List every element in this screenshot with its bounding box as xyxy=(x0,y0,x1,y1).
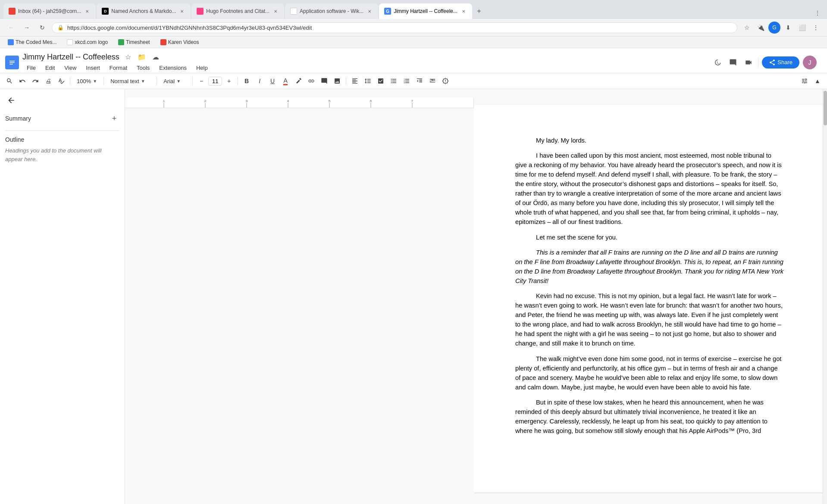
underline-btn[interactable]: U xyxy=(266,75,279,87)
profile-button[interactable]: G xyxy=(768,22,780,34)
bullet-list-btn[interactable] xyxy=(388,75,400,87)
history-icon[interactable] xyxy=(711,56,724,68)
star-icon[interactable]: ☆ xyxy=(123,52,133,62)
svg-text:6: 6 xyxy=(370,99,372,103)
menu-view[interactable]: View xyxy=(60,63,81,73)
tab-wiki[interactable]: Application software - Wik... ✕ xyxy=(285,3,378,19)
svg-text:2: 2 xyxy=(204,99,207,103)
tab-close-gmail[interactable]: ✕ xyxy=(84,8,91,15)
font-size-increase-btn[interactable]: + xyxy=(223,75,235,87)
tab-hugo[interactable]: Hugo Footnotes and Citat... ✕ xyxy=(191,3,284,19)
menu-insert[interactable]: Insert xyxy=(81,63,104,73)
ruler-inner: 1 2 3 4 5 6 7 xyxy=(125,98,474,108)
checklist-btn[interactable] xyxy=(375,75,387,87)
toolbar-redo-btn[interactable] xyxy=(29,75,41,87)
tab-gdocs[interactable]: G Jimmy Hartzell -- Coffeele... ✕ xyxy=(379,3,472,19)
bookmark-star-button[interactable]: ☆ xyxy=(741,22,753,34)
tab-gmail[interactable]: Inbox (64) - jah259@corn... ✕ xyxy=(3,3,96,19)
tab-dev[interactable]: D Named Anchors & Markdo... ✕ xyxy=(97,3,191,19)
formatting-options-btn[interactable] xyxy=(799,75,811,87)
line-spacing-btn[interactable] xyxy=(362,75,374,87)
outline-title: Outline xyxy=(5,136,119,143)
forward-button[interactable]: → xyxy=(21,22,33,34)
sidebar-back-button[interactable] xyxy=(5,94,119,106)
user-avatar[interactable]: J xyxy=(803,56,817,69)
link-btn[interactable] xyxy=(305,75,317,87)
present-icon[interactable] xyxy=(742,56,755,68)
share-label: Share xyxy=(777,59,793,65)
text-color-btn[interactable]: A xyxy=(279,75,291,87)
bookmark-xkcd-label: xkcd.com logo xyxy=(75,39,108,45)
reload-button[interactable]: ↻ xyxy=(36,22,48,34)
more-button[interactable]: ⋮ xyxy=(810,22,822,34)
bookmark-timesheet[interactable]: Timesheet xyxy=(116,38,153,46)
image-btn[interactable] xyxy=(331,75,343,87)
zoom-selector[interactable]: 100% ▼ xyxy=(73,77,101,86)
toolbar-print-btn[interactable]: 🖨 xyxy=(42,75,54,87)
menu-edit[interactable]: Edit xyxy=(41,63,59,73)
extensions-button[interactable]: 🔌 xyxy=(755,22,767,34)
dev-favicon: D xyxy=(102,8,109,15)
paragraph-3: Let me set the scene for you. xyxy=(515,233,784,242)
comment-btn[interactable] xyxy=(318,75,330,87)
tab-close-wiki[interactable]: ✕ xyxy=(366,8,373,15)
screen-button[interactable]: ⬜ xyxy=(796,22,808,34)
summary-add-button[interactable]: + xyxy=(109,113,119,124)
document-area[interactable]: 1 2 3 4 5 6 7 xyxy=(125,89,823,504)
clear-format-btn[interactable] xyxy=(439,75,451,87)
italic-btn[interactable]: I xyxy=(254,75,266,87)
svg-rect-2 xyxy=(9,62,15,63)
font-size-decrease-btn[interactable]: − xyxy=(195,75,207,87)
svg-rect-3 xyxy=(9,64,13,65)
toolbar-undo-btn[interactable] xyxy=(16,75,28,87)
address-bar[interactable]: 🔒 https://docs.google.com/document/d/1YB… xyxy=(52,22,737,33)
folder-icon[interactable]: 📁 xyxy=(137,52,147,62)
indent-decrease-btn[interactable] xyxy=(414,75,426,87)
toolbar-search-btn[interactable] xyxy=(3,75,16,87)
share-button[interactable]: Share xyxy=(762,56,799,68)
coded-favicon xyxy=(8,39,14,45)
docs-app-icon xyxy=(5,56,19,69)
url-text: https://docs.google.com/document/d/1YBNd… xyxy=(67,25,732,31)
font-selector[interactable]: Arial ▼ xyxy=(160,77,190,86)
right-scrollbar[interactable] xyxy=(823,89,827,504)
new-tab-button[interactable]: + xyxy=(473,5,485,17)
collapse-toolbar-btn[interactable]: ▲ xyxy=(811,75,824,87)
paragraph-2: I have been called upon by this most anc… xyxy=(515,151,784,227)
menu-extensions[interactable]: Extensions xyxy=(155,63,191,73)
docs-header-right: Share J xyxy=(711,56,822,69)
svg-text:5: 5 xyxy=(329,99,331,103)
menu-help[interactable]: Help xyxy=(192,63,212,73)
docs-header: Jimmy Hartzell -- Coffeeless ☆ 📁 ☁ File … xyxy=(0,48,827,73)
download-button[interactable]: ⬇ xyxy=(782,22,794,34)
comments-icon[interactable] xyxy=(727,56,739,68)
outline-hint: Headings you add to the document will ap… xyxy=(5,146,119,163)
menu-tools[interactable]: Tools xyxy=(132,63,154,73)
style-chevron: ▼ xyxy=(141,79,145,84)
menu-file[interactable]: File xyxy=(22,63,40,73)
browser-menu-button[interactable]: ⋮ xyxy=(811,7,824,19)
summary-header: Summary + xyxy=(5,113,119,124)
toolbar-spellcheck-btn[interactable] xyxy=(55,75,67,87)
style-selector[interactable]: Normal text ▼ xyxy=(107,77,154,86)
toolbar-sep-5 xyxy=(238,77,238,85)
back-button[interactable]: ← xyxy=(5,22,17,34)
menu-format[interactable]: Format xyxy=(105,63,132,73)
font-size-input[interactable] xyxy=(208,77,222,86)
align-btn[interactable] xyxy=(349,75,361,87)
tab-close-gdocs[interactable]: ✕ xyxy=(460,8,467,15)
bookmark-coded[interactable]: The Coded Mes... xyxy=(5,38,59,46)
bookmark-xkcd[interactable]: xkcd.com logo xyxy=(64,38,110,46)
indent-increase-btn[interactable] xyxy=(426,75,439,87)
docs-title: Jimmy Hartzell -- Coffeeless xyxy=(22,53,119,62)
bookmark-karen[interactable]: Karen Videos xyxy=(158,38,202,46)
tab-title-gdocs: Jimmy Hartzell -- Coffeele... xyxy=(394,8,457,14)
highlight-btn[interactable] xyxy=(292,75,304,87)
cloud-icon[interactable]: ☁ xyxy=(150,52,161,62)
bold-btn[interactable]: B xyxy=(241,75,253,87)
tab-close-hugo[interactable]: ✕ xyxy=(272,8,279,15)
xkcd-favicon xyxy=(67,39,73,45)
tab-close-dev[interactable]: ✕ xyxy=(179,8,185,15)
numbered-list-btn[interactable] xyxy=(401,75,413,87)
formatting-toolbar: 🖨 100% ▼ Normal text ▼ Arial ▼ − + B I U… xyxy=(0,73,827,89)
